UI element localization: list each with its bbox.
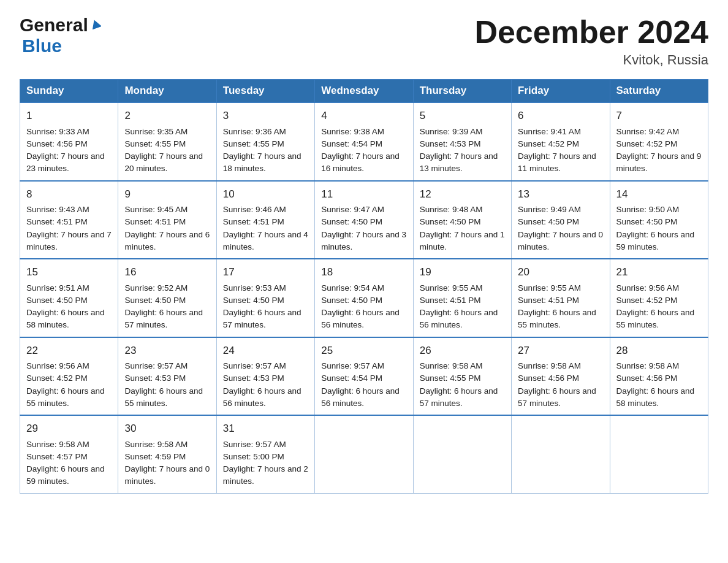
table-row: 24 Sunrise: 9:57 AM Sunset: 4:53 PM Dayl… bbox=[216, 337, 314, 416]
daylight-text: Daylight: 6 hours and 55 minutes. bbox=[518, 308, 596, 329]
month-title: December 2024 bbox=[474, 15, 708, 50]
sunrise-text: Sunrise: 9:39 AM bbox=[420, 127, 483, 136]
day-number: 7 bbox=[616, 108, 702, 124]
sunrise-text: Sunrise: 9:52 AM bbox=[124, 283, 188, 293]
table-row: 31 Sunrise: 9:57 AM Sunset: 5:00 PM Dayl… bbox=[216, 415, 314, 493]
table-row: 4 Sunrise: 9:38 AM Sunset: 4:54 PM Dayli… bbox=[315, 102, 413, 181]
table-row: 20 Sunrise: 9:55 AM Sunset: 4:51 PM Dayl… bbox=[512, 259, 610, 337]
daylight-text: Daylight: 7 hours and 9 minutes. bbox=[616, 151, 702, 173]
col-thursday: Thursday bbox=[413, 80, 511, 103]
sunset-text: Sunset: 4:57 PM bbox=[26, 452, 88, 461]
daylight-text: Daylight: 7 hours and 11 minutes. bbox=[518, 151, 596, 173]
day-number: 19 bbox=[420, 264, 505, 280]
sunset-text: Sunset: 4:51 PM bbox=[124, 217, 186, 226]
table-row: 3 Sunrise: 9:36 AM Sunset: 4:55 PM Dayli… bbox=[216, 102, 314, 181]
daylight-text: Daylight: 7 hours and 23 minutes. bbox=[26, 151, 105, 173]
sunrise-text: Sunrise: 9:41 AM bbox=[518, 127, 581, 136]
daylight-text: Daylight: 7 hours and 2 minutes. bbox=[223, 464, 308, 486]
sunrise-text: Sunrise: 9:47 AM bbox=[321, 205, 384, 214]
table-row bbox=[315, 415, 413, 493]
daylight-text: Daylight: 7 hours and 1 minute. bbox=[420, 230, 505, 251]
sunrise-text: Sunrise: 9:45 AM bbox=[124, 205, 188, 214]
day-number: 2 bbox=[124, 108, 210, 124]
sunrise-text: Sunrise: 9:35 AM bbox=[124, 127, 188, 136]
daylight-text: Daylight: 6 hours and 55 minutes. bbox=[616, 308, 695, 329]
table-row: 28 Sunrise: 9:58 AM Sunset: 4:56 PM Dayl… bbox=[610, 337, 708, 416]
table-row: 22 Sunrise: 9:56 AM Sunset: 4:52 PM Dayl… bbox=[20, 337, 118, 416]
sunset-text: Sunset: 4:54 PM bbox=[321, 139, 382, 148]
sunrise-text: Sunrise: 9:58 AM bbox=[518, 361, 581, 370]
day-number: 4 bbox=[321, 108, 406, 124]
day-number: 14 bbox=[616, 186, 702, 202]
sunset-text: Sunset: 4:55 PM bbox=[124, 139, 186, 148]
table-row: 26 Sunrise: 9:58 AM Sunset: 4:55 PM Dayl… bbox=[413, 337, 511, 416]
col-saturday: Saturday bbox=[610, 80, 708, 103]
sunset-text: Sunset: 4:53 PM bbox=[420, 139, 481, 148]
sunset-text: Sunset: 4:52 PM bbox=[616, 296, 678, 305]
sunrise-text: Sunrise: 9:38 AM bbox=[321, 127, 384, 136]
sunset-text: Sunset: 4:56 PM bbox=[26, 139, 88, 148]
table-row bbox=[512, 415, 610, 493]
svg-marker-0 bbox=[90, 18, 101, 29]
day-number: 8 bbox=[26, 186, 112, 202]
sunset-text: Sunset: 4:51 PM bbox=[26, 217, 88, 226]
calendar-week-row: 1 Sunrise: 9:33 AM Sunset: 4:56 PM Dayli… bbox=[20, 102, 708, 181]
daylight-text: Daylight: 6 hours and 59 minutes. bbox=[616, 230, 695, 251]
daylight-text: Daylight: 7 hours and 13 minutes. bbox=[420, 151, 498, 173]
sunset-text: Sunset: 4:53 PM bbox=[223, 373, 284, 383]
logo: General Blue bbox=[20, 15, 101, 56]
daylight-text: Daylight: 6 hours and 55 minutes. bbox=[26, 386, 105, 408]
calendar-week-row: 8 Sunrise: 9:43 AM Sunset: 4:51 PM Dayli… bbox=[20, 181, 708, 259]
daylight-text: Daylight: 6 hours and 55 minutes. bbox=[124, 386, 203, 408]
day-number: 6 bbox=[518, 108, 603, 124]
sunrise-text: Sunrise: 9:55 AM bbox=[518, 283, 581, 293]
location: Kvitok, Russia bbox=[474, 52, 708, 68]
col-wednesday: Wednesday bbox=[315, 80, 413, 103]
sunset-text: Sunset: 4:51 PM bbox=[223, 217, 284, 226]
title-block: December 2024 Kvitok, Russia bbox=[474, 15, 708, 68]
sunset-text: Sunset: 4:52 PM bbox=[518, 139, 579, 148]
day-number: 24 bbox=[223, 343, 308, 359]
table-row: 11 Sunrise: 9:47 AM Sunset: 4:50 PM Dayl… bbox=[315, 181, 413, 259]
sunset-text: Sunset: 4:50 PM bbox=[616, 217, 678, 226]
day-number: 27 bbox=[518, 343, 603, 359]
sunrise-text: Sunrise: 9:57 AM bbox=[223, 440, 286, 449]
daylight-text: Daylight: 7 hours and 6 minutes. bbox=[124, 230, 210, 251]
table-row: 8 Sunrise: 9:43 AM Sunset: 4:51 PM Dayli… bbox=[20, 181, 118, 259]
day-number: 29 bbox=[26, 421, 112, 437]
sunset-text: Sunset: 4:55 PM bbox=[420, 373, 481, 383]
calendar-table: Sunday Monday Tuesday Wednesday Thursday… bbox=[20, 79, 708, 494]
table-row: 14 Sunrise: 9:50 AM Sunset: 4:50 PM Dayl… bbox=[610, 181, 708, 259]
table-row: 19 Sunrise: 9:55 AM Sunset: 4:51 PM Dayl… bbox=[413, 259, 511, 337]
logo-blue-text: Blue bbox=[22, 36, 62, 56]
sunset-text: Sunset: 4:53 PM bbox=[124, 373, 186, 383]
table-row: 7 Sunrise: 9:42 AM Sunset: 4:52 PM Dayli… bbox=[610, 102, 708, 181]
table-row: 29 Sunrise: 9:58 AM Sunset: 4:57 PM Dayl… bbox=[20, 415, 118, 493]
table-row: 21 Sunrise: 9:56 AM Sunset: 4:52 PM Dayl… bbox=[610, 259, 708, 337]
sunrise-text: Sunrise: 9:58 AM bbox=[420, 361, 483, 370]
day-number: 31 bbox=[223, 421, 308, 437]
table-row: 27 Sunrise: 9:58 AM Sunset: 4:56 PM Dayl… bbox=[512, 337, 610, 416]
sunrise-text: Sunrise: 9:50 AM bbox=[616, 205, 680, 214]
sunset-text: Sunset: 5:00 PM bbox=[223, 452, 284, 461]
sunrise-text: Sunrise: 9:58 AM bbox=[124, 440, 188, 449]
sunrise-text: Sunrise: 9:49 AM bbox=[518, 205, 581, 214]
sunset-text: Sunset: 4:51 PM bbox=[518, 296, 579, 305]
sunset-text: Sunset: 4:52 PM bbox=[616, 139, 678, 148]
day-number: 26 bbox=[420, 343, 505, 359]
sunrise-text: Sunrise: 9:55 AM bbox=[420, 283, 483, 293]
daylight-text: Daylight: 6 hours and 58 minutes. bbox=[616, 386, 695, 408]
sunrise-text: Sunrise: 9:56 AM bbox=[616, 283, 680, 293]
daylight-text: Daylight: 6 hours and 56 minutes. bbox=[321, 386, 400, 408]
table-row: 13 Sunrise: 9:49 AM Sunset: 4:50 PM Dayl… bbox=[512, 181, 610, 259]
calendar-week-row: 15 Sunrise: 9:51 AM Sunset: 4:50 PM Dayl… bbox=[20, 259, 708, 337]
day-number: 13 bbox=[518, 186, 603, 202]
sunset-text: Sunset: 4:51 PM bbox=[420, 296, 481, 305]
sunset-text: Sunset: 4:50 PM bbox=[124, 296, 186, 305]
day-number: 18 bbox=[321, 264, 406, 280]
day-number: 11 bbox=[321, 186, 406, 202]
daylight-text: Daylight: 6 hours and 57 minutes. bbox=[518, 386, 596, 408]
day-number: 1 bbox=[26, 108, 112, 124]
daylight-text: Daylight: 7 hours and 3 minutes. bbox=[321, 230, 406, 251]
sunrise-text: Sunrise: 9:48 AM bbox=[420, 205, 483, 214]
